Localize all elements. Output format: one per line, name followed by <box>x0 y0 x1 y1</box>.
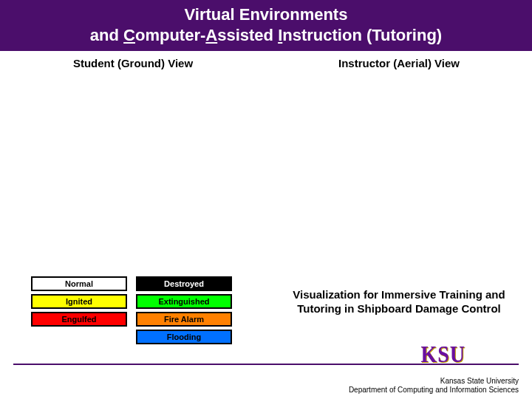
title-line2-b: omputer- <box>135 26 205 44</box>
legend-destroyed: Destroyed <box>136 276 232 291</box>
legend-normal: Normal <box>31 276 127 291</box>
subtitle-left: Student (Ground) View <box>0 57 266 69</box>
footer-line1: Kansas State University <box>349 377 519 386</box>
legend-extinguished: Extinguished <box>136 294 232 309</box>
legend-empty <box>31 330 127 344</box>
subtitle-right: Instructor (Aerial) View <box>266 57 532 69</box>
legend-row: Flooding <box>31 330 232 344</box>
title-line2-c: ssisted <box>217 26 278 44</box>
legend-fire-alarm: Fire Alarm <box>136 312 232 327</box>
legend-row: Ignited Extinguished <box>31 294 232 309</box>
footer-line2: Department of Computing and Information … <box>349 386 519 395</box>
title-underline-c: C <box>123 26 135 44</box>
subtitle-row: Student (Ground) View Instructor (Aerial… <box>0 51 532 69</box>
slide-title: Virtual Environments and Computer-Assist… <box>0 0 532 51</box>
legend-engulfed: Engulfed <box>31 312 127 327</box>
legend-row: Normal Destroyed <box>31 276 232 291</box>
title-line2-a: and <box>90 26 123 44</box>
title-underline-a: A <box>205 26 217 44</box>
legend-flooding: Flooding <box>136 330 232 344</box>
status-legend: Normal Destroyed Ignited Extinguished En… <box>22 273 241 347</box>
summary-text: Visualization for Immersive Training and… <box>273 288 525 316</box>
ksu-logo: KSU <box>420 341 466 367</box>
footer-text: Kansas State University Department of Co… <box>349 377 519 395</box>
legend-ignited: Ignited <box>31 294 127 309</box>
title-line2-d: nstruction (Tutoring) <box>282 26 442 44</box>
title-line1: Virtual Environments <box>185 5 348 24</box>
legend-row: Engulfed Fire Alarm <box>31 312 232 327</box>
